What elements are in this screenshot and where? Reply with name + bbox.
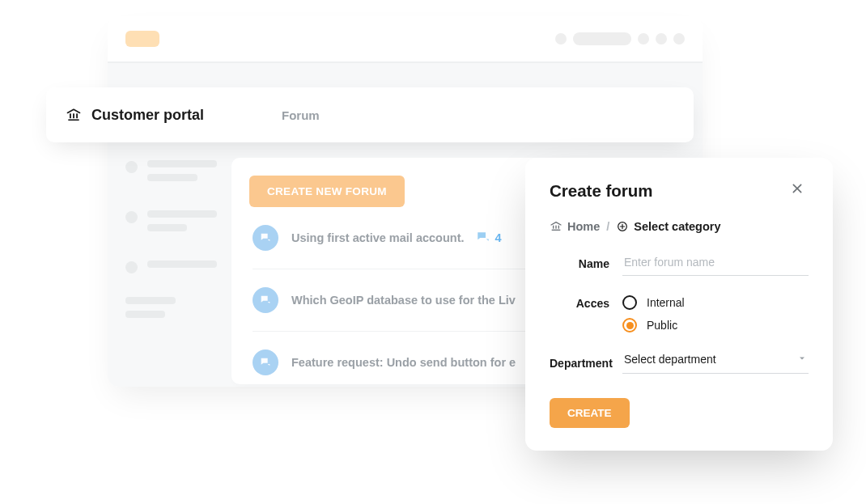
department-select[interactable]: Select department — [622, 352, 809, 374]
svg-rect-3 — [68, 119, 79, 121]
brand-pill-placeholder — [125, 31, 159, 47]
svg-rect-4 — [553, 226, 554, 229]
name-input[interactable] — [622, 251, 809, 276]
access-option-public[interactable]: Public — [622, 318, 809, 332]
placeholder-dot — [673, 33, 685, 44]
svg-rect-2 — [76, 113, 78, 118]
svg-rect-5 — [555, 226, 556, 229]
forum-icon — [253, 287, 278, 313]
radio-icon — [622, 295, 637, 310]
breadcrumb: Home / Select category — [550, 220, 809, 233]
placeholder-dot — [656, 33, 667, 44]
svg-rect-7 — [552, 230, 561, 231]
sidebar-skeleton — [125, 160, 214, 347]
department-select-value: Select department — [624, 353, 716, 366]
portal-icon — [66, 107, 82, 123]
thread-reply-count: 4 — [476, 231, 502, 245]
tab-forum[interactable]: Forum — [282, 108, 320, 122]
breadcrumb-separator: / — [606, 220, 609, 233]
create-button[interactable]: CREATE — [550, 398, 630, 428]
radio-label: Internal — [647, 296, 685, 309]
forum-icon — [253, 349, 278, 375]
svg-rect-0 — [70, 113, 71, 118]
access-label: Acces — [550, 295, 622, 310]
placeholder-dot — [555, 33, 567, 44]
radio-label: Public — [647, 319, 677, 332]
chevron-down-icon — [797, 352, 807, 366]
breadcrumb-home[interactable]: Home — [567, 220, 600, 233]
thread-title: Which GeoIP database to use for the Liv — [291, 294, 516, 307]
breadcrumb-select-category[interactable]: Select category — [634, 220, 720, 233]
department-label: Department — [550, 357, 622, 370]
create-new-forum-button[interactable]: CREATE NEW FORUM — [249, 176, 405, 207]
page-title: Customer portal — [91, 107, 204, 124]
radio-icon — [622, 318, 637, 332]
placeholder-dot — [638, 33, 649, 44]
thread-title: Using first active mail account. — [291, 231, 465, 244]
svg-rect-1 — [73, 113, 74, 118]
thread-title: Feature request: Undo send button for e — [291, 356, 516, 369]
create-forum-modal: Create forum Home / Select category Name… — [525, 158, 833, 451]
access-option-internal[interactable]: Internal — [622, 295, 809, 310]
name-label: Name — [550, 257, 622, 270]
background-window-header — [108, 16, 703, 61]
modal-title: Create forum — [550, 181, 653, 201]
forum-icon — [253, 225, 278, 251]
header-bar: Customer portal Forum — [46, 87, 694, 142]
close-icon[interactable] — [786, 179, 809, 202]
placeholder-pill — [573, 32, 631, 45]
svg-rect-6 — [558, 226, 559, 229]
